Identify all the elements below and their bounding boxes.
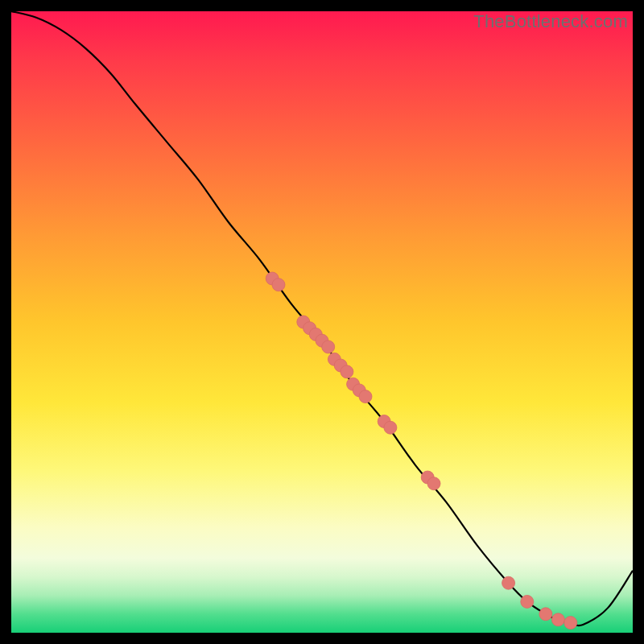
data-point bbox=[521, 595, 534, 608]
data-point bbox=[502, 576, 515, 589]
data-point bbox=[359, 390, 372, 403]
data-point bbox=[384, 421, 397, 434]
chart-svg bbox=[11, 11, 633, 633]
data-point bbox=[341, 365, 353, 378]
chart-plot-area: TheBottleneck.com bbox=[11, 11, 633, 633]
data-point bbox=[551, 613, 564, 626]
data-point bbox=[539, 608, 552, 621]
data-point bbox=[427, 477, 440, 490]
data-point bbox=[322, 341, 335, 353]
data-point bbox=[564, 617, 577, 630]
bottleneck-curve-line bbox=[11, 11, 633, 625]
data-point bbox=[272, 279, 285, 291]
highlighted-points-group bbox=[266, 272, 577, 630]
chart-frame: TheBottleneck.com bbox=[0, 0, 644, 644]
